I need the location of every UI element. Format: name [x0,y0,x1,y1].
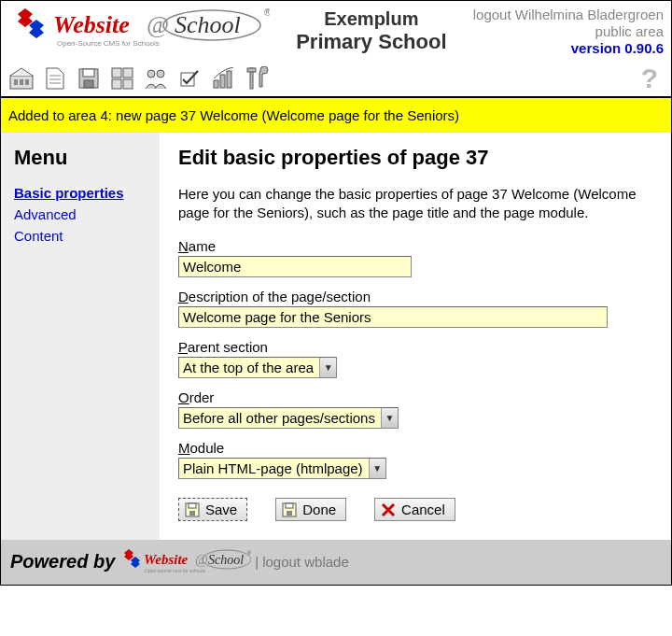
chevron-down-icon: ▼ [381,408,398,428]
header-right: logout Wilhelmina Bladergroen public are… [473,7,664,57]
svg-text:®: ® [247,550,251,556]
stats-icon[interactable] [210,65,236,92]
cancel-label: Cancel [401,502,445,517]
svg-rect-24 [220,75,225,88]
toolbar: ? [1,59,671,98]
svg-text:@: @ [147,11,169,38]
svg-rect-14 [83,69,94,77]
notice-bar: Added to area 4: new page 37 Welcome (We… [1,98,671,133]
svg-rect-33 [287,511,292,516]
disk-icon [282,502,297,517]
chevron-down-icon: ▼ [369,459,385,478]
description-input[interactable] [178,306,608,328]
save-label: Save [205,502,237,517]
svg-text:Website: Website [144,552,189,567]
sidebar: Menu Basic properties Advanced Content [1,133,160,540]
cancel-button[interactable]: Cancel [374,498,455,521]
save-icon[interactable] [76,65,102,92]
page-icon[interactable] [42,65,68,92]
footer-logo: Website @ School Open-source cms for sch… [120,547,251,575]
name-label: Name [178,238,652,254]
cancel-icon [381,502,396,517]
svg-rect-9 [25,79,29,85]
users-icon[interactable] [143,65,169,92]
school-name: Exemplum Primary School [270,8,473,53]
svg-rect-18 [112,79,121,89]
powered-by-text: Powered by [10,551,115,572]
description-label: Description of the page/section [178,289,652,304]
parent-select[interactable]: At the top of the area ▼ [178,357,337,378]
order-label: Order [178,389,652,405]
svg-rect-29 [189,503,196,508]
logo: Website @ School ® Open-Source CMS for S… [8,5,270,51]
svg-text:Open-Source CMS for Schools: Open-Source CMS for Schools [57,39,160,48]
svg-rect-19 [123,79,133,89]
version-text: version 0.90.6 [473,40,664,57]
svg-text:Website: Website [53,11,130,38]
footer-logout-link[interactable]: logout wblade [262,554,349,570]
header: Website @ School ® Open-Source CMS for S… [1,1,671,59]
main-content: Edit basic properties of page 37 Here yo… [160,133,671,540]
help-icon[interactable]: ? [641,63,658,94]
module-select[interactable]: Plain HTML-page (htmlpage) ▼ [178,458,386,479]
disk-icon [185,502,200,517]
footer: Powered by Website @ School Open-source … [1,540,671,585]
page-intro: Here you can change the basic properties… [178,185,652,221]
school-line1: Exemplum [270,8,473,30]
page-title: Edit basic properties of page 37 [178,146,652,170]
module-label: Module [178,440,652,456]
footer-separator: | [255,554,259,570]
check-icon[interactable] [176,65,203,92]
svg-text:Open-source cms for schools: Open-source cms for schools [145,568,206,573]
tools-icon[interactable] [244,65,270,92]
parent-label: Parent section [178,339,652,355]
svg-rect-8 [20,79,23,85]
school-line2: Primary School [270,30,473,53]
svg-text:School: School [208,553,244,567]
svg-rect-15 [84,80,93,88]
logout-link[interactable]: logout Wilhelmina Bladergroen [473,7,664,23]
sidebar-item-content[interactable]: Content [14,228,150,244]
svg-point-21 [157,70,164,78]
svg-rect-17 [123,68,133,78]
svg-rect-16 [112,68,121,78]
sidebar-title: Menu [14,146,150,170]
svg-text:School: School [175,11,241,38]
home-icon[interactable] [8,65,35,92]
svg-rect-30 [189,511,195,516]
svg-rect-27 [247,68,256,72]
order-select[interactable]: Before all other pages/sections ▼ [178,407,399,429]
sidebar-item-basic-properties[interactable]: Basic properties [14,185,150,201]
chevron-down-icon: ▼ [319,358,336,377]
save-button[interactable]: Save [178,498,247,521]
svg-rect-7 [14,79,18,85]
svg-point-20 [147,70,155,78]
svg-rect-25 [227,71,231,88]
sidebar-item-advanced[interactable]: Advanced [14,206,150,222]
public-area-link[interactable]: public area [473,23,664,40]
done-label: Done [302,502,336,517]
name-input[interactable] [178,256,412,277]
done-button[interactable]: Done [275,498,346,521]
modules-icon[interactable] [109,65,135,92]
svg-rect-32 [286,503,293,508]
svg-rect-23 [214,80,218,88]
